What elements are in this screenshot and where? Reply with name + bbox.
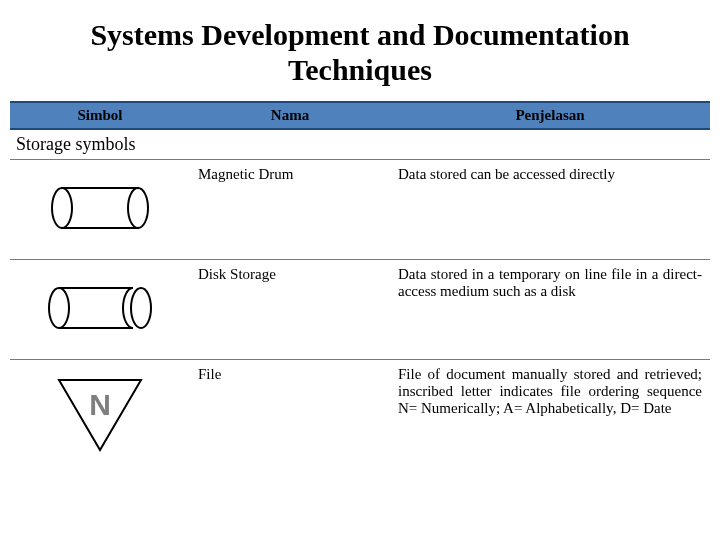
desc-cell: Data stored in a temporary on line file … [390, 260, 710, 360]
name-cell: Magnetic Drum [190, 160, 390, 260]
disk-storage-icon [45, 276, 155, 340]
svg-point-1 [52, 188, 72, 228]
section-row: Storage symbols [10, 129, 710, 160]
magnetic-drum-icon [50, 176, 150, 240]
svg-rect-0 [62, 188, 138, 228]
table-row: Disk Storage Data stored in a temporary … [10, 260, 710, 360]
file-icon: N [55, 374, 145, 454]
symbol-cell: N [10, 360, 190, 473]
svg-point-6 [131, 288, 151, 328]
svg-point-5 [49, 288, 69, 328]
col-header-penjelasan: Penjelasan [390, 102, 710, 129]
symbol-cell [10, 160, 190, 260]
file-letter: N [55, 388, 145, 422]
desc-cell: File of document manually stored and ret… [390, 360, 710, 473]
table-row: Magnetic Drum Data stored can be accesse… [10, 160, 710, 260]
name-cell: Disk Storage [190, 260, 390, 360]
page-title: Systems Development and Documentation Te… [0, 0, 720, 101]
col-header-simbol: Simbol [10, 102, 190, 129]
table-row: N File File of document manually stored … [10, 360, 710, 473]
col-header-nama: Nama [190, 102, 390, 129]
symbol-table: Simbol Nama Penjelasan Storage symbols M… [10, 101, 710, 472]
table-header-row: Simbol Nama Penjelasan [10, 102, 710, 129]
name-cell: File [190, 360, 390, 473]
section-label: Storage symbols [10, 129, 710, 160]
desc-cell: Data stored can be accessed directly [390, 160, 710, 260]
svg-point-2 [128, 188, 148, 228]
symbol-cell [10, 260, 190, 360]
